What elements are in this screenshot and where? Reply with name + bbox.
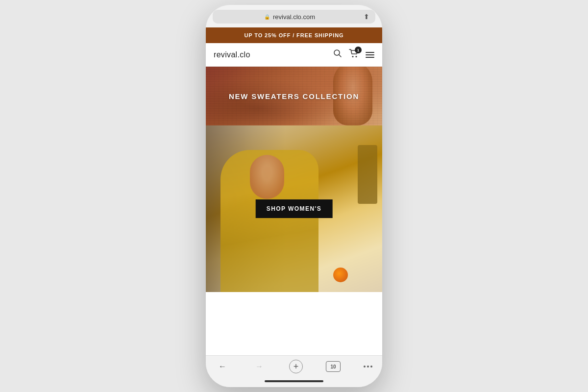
cart-badge: 1 bbox=[355, 47, 362, 53]
womens-banner[interactable]: SHOP WOMEN'S bbox=[206, 125, 382, 292]
sweaters-banner[interactable]: NEW SWEATERS COLLECTION bbox=[206, 67, 382, 125]
womens-cta-button[interactable]: SHOP WOMEN'S bbox=[256, 199, 333, 218]
site-logo[interactable]: revival.clo bbox=[214, 50, 250, 59]
tabs-count: 10 bbox=[330, 364, 336, 369]
sweaters-headline: NEW SWEATERS COLLECTION bbox=[229, 92, 359, 100]
browser-nav-bar: ← → + 10 bbox=[206, 355, 382, 377]
menu-line-3 bbox=[366, 57, 374, 58]
more-dot-1 bbox=[364, 366, 366, 368]
forward-icon: → bbox=[255, 362, 263, 371]
sweaters-bg-image: NEW SWEATERS COLLECTION bbox=[206, 67, 382, 125]
svg-point-2 bbox=[352, 56, 354, 57]
fruit-shape bbox=[333, 268, 348, 282]
womens-cta-label: SHOP WOMEN'S bbox=[267, 205, 322, 212]
plus-icon: + bbox=[294, 362, 299, 372]
header-icons: 1 bbox=[333, 49, 374, 60]
more-dot-2 bbox=[367, 366, 369, 368]
back-icon: ← bbox=[219, 362, 226, 371]
promo-text: UP TO 25% OFF / FREE SHIPPING bbox=[245, 32, 344, 38]
svg-point-0 bbox=[334, 50, 340, 55]
svg-point-3 bbox=[356, 56, 357, 57]
back-button[interactable]: ← bbox=[216, 360, 229, 373]
more-button[interactable] bbox=[364, 366, 372, 368]
womens-figure-shape bbox=[220, 150, 318, 292]
forward-button[interactable]: → bbox=[252, 360, 266, 373]
home-bar bbox=[265, 380, 323, 382]
lock-icon: 🔒 bbox=[264, 14, 270, 20]
search-icon[interactable] bbox=[333, 49, 342, 60]
add-tab-button[interactable]: + bbox=[289, 360, 303, 373]
site-content: UP TO 25% OFF / FREE SHIPPING revival.cl… bbox=[206, 27, 382, 355]
url-text: revival.clo.com bbox=[273, 13, 315, 21]
home-indicator bbox=[206, 377, 382, 387]
phone-frame: 🔒 revival.clo.com ⬆ UP TO 25% OFF / FREE… bbox=[206, 5, 382, 387]
promo-banner: UP TO 25% OFF / FREE SHIPPING bbox=[206, 27, 382, 43]
browser-chrome: 🔒 revival.clo.com ⬆ bbox=[206, 5, 382, 27]
share-icon[interactable]: ⬆ bbox=[364, 13, 369, 21]
site-header: revival.clo 1 bbox=[206, 43, 382, 67]
svg-line-1 bbox=[339, 55, 341, 57]
tabs-button[interactable]: 10 bbox=[326, 361, 341, 372]
more-dot-3 bbox=[370, 366, 372, 368]
menu-icon[interactable] bbox=[366, 52, 374, 58]
chair-shape bbox=[358, 145, 377, 204]
menu-line-2 bbox=[366, 54, 374, 55]
address-bar: 🔒 revival.clo.com ⬆ bbox=[213, 10, 375, 24]
cart-button[interactable]: 1 bbox=[349, 49, 359, 60]
menu-line-1 bbox=[366, 52, 374, 53]
